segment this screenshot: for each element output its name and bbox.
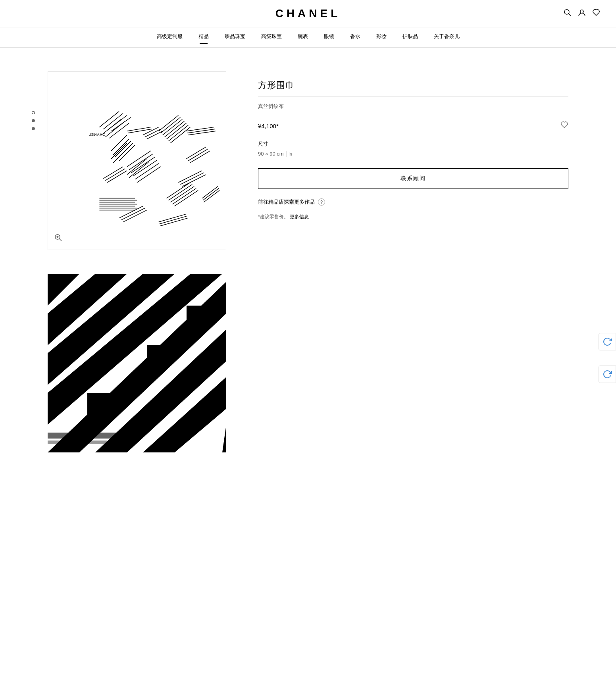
main-product-image: CHANEL CHANEL CHANEL (48, 71, 226, 250)
account-icon[interactable] (578, 9, 586, 19)
thumbnail-3[interactable] (32, 127, 35, 130)
thumbnail-2[interactable] (32, 119, 35, 122)
boutique-text: 前往精品店探索更多作品 (258, 198, 315, 206)
nav-item-fragrance[interactable]: 香水 (350, 33, 360, 42)
search-icon[interactable] (564, 9, 572, 19)
svg-rect-91 (48, 441, 107, 444)
header-icons (564, 9, 600, 19)
size-label: 尺寸 (258, 140, 568, 148)
svg-point-2 (580, 10, 583, 13)
more-info-link[interactable]: 更多信息 (290, 214, 309, 219)
svg-rect-90 (48, 433, 127, 439)
size-section: 尺寸 90 × 90 cm in (258, 140, 568, 157)
size-value: 90 × 90 cm in (258, 151, 568, 157)
contact-button[interactable]: 联系顾问 (258, 168, 568, 189)
wishlist-nav-icon[interactable] (592, 9, 600, 19)
title-divider (258, 96, 568, 96)
floating-button-1[interactable] (599, 333, 616, 350)
nav-item-watches[interactable]: 腕表 (298, 33, 308, 42)
second-product-image (48, 274, 226, 452)
svg-line-75 (60, 239, 62, 241)
image-section: CHANEL CHANEL CHANEL (48, 71, 226, 250)
floating-button-2[interactable] (599, 366, 616, 383)
header: CHANEL (0, 0, 616, 27)
wishlist-icon[interactable] (560, 121, 568, 131)
image-thumbnails (32, 111, 35, 130)
price-note: *建议零售价。 更多信息 (258, 214, 568, 220)
nav-item-fine-jewelry[interactable]: 臻品珠宝 (225, 33, 245, 42)
thumbnail-1[interactable] (32, 111, 35, 114)
nav-item-skincare[interactable]: 护肤品 (402, 33, 418, 42)
product-material: 真丝斜纹布 (258, 103, 568, 110)
second-image-section (0, 274, 616, 476)
nav-item-fashion[interactable]: 精品 (198, 33, 209, 42)
nav-item-eyewear[interactable]: 眼镜 (324, 33, 334, 42)
nav-item-makeup[interactable]: 彩妆 (376, 33, 387, 42)
size-unit-toggle[interactable]: in (287, 151, 294, 157)
price-row: ¥4,100* (258, 121, 568, 131)
main-content: CHANEL CHANEL CHANEL 方形围巾 真丝斜纹布 ¥4,100* (0, 48, 616, 274)
nav-item-high-jewelry[interactable]: 高级珠宝 (261, 33, 282, 42)
boutique-info-icon[interactable]: ? (318, 198, 325, 206)
zoom-icon[interactable] (54, 234, 62, 243)
boutique-row[interactable]: 前往精品店探索更多作品 ? (258, 198, 568, 206)
product-title: 方形围巾 (258, 79, 568, 91)
svg-line-1 (569, 14, 571, 16)
logo: CHANEL (275, 7, 341, 20)
nav-item-haute-couture[interactable]: 高级定制服 (157, 33, 183, 42)
product-price: ¥4,100* (258, 123, 279, 129)
svg-point-0 (564, 10, 569, 14)
svg-rect-3 (48, 72, 226, 250)
navigation: 高级定制服 精品 臻品珠宝 高级珠宝 腕表 眼镜 香水 彩妆 护肤品 关于香奈儿 (0, 27, 616, 48)
svg-text:CHANEL: CHANEL (89, 133, 105, 137)
product-info: 方形围巾 真丝斜纹布 ¥4,100* 尺寸 90 × 90 cm in 联系顾问… (258, 71, 568, 250)
nav-item-about[interactable]: 关于香奈儿 (434, 33, 460, 42)
